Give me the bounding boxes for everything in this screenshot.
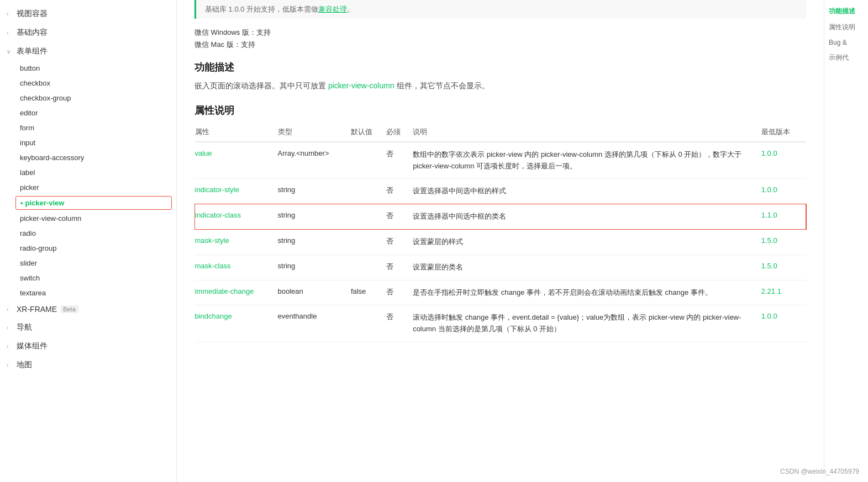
attr-name-cell: bindchange [195,305,278,342]
th-required: 必须 [386,123,413,142]
attr-version-cell: 1.0.0 [761,179,806,204]
sidebar: › 视图容器 › 基础内容 ∨ 表单组件 buttoncheckboxcheck… [0,0,177,482]
feature-desc: 嵌入页面的滚动选择器。其中只可放置 picker-view-column 组件，… [194,80,806,93]
attr-name-cell: indicator-class [195,204,278,230]
right-sidebar: 功能描述 属性说明 Bug & 示例代 [824,0,868,482]
th-type: 类型 [278,123,351,142]
attr-required-cell: 否 [386,255,413,280]
sidebar-item-checkbox[interactable]: checkbox [0,76,176,91]
sidebar-item-picker-view-column[interactable]: picker-view-column [0,211,176,226]
th-desc: 说明 [413,123,761,142]
sidebar-item-form[interactable]: form [0,120,176,135]
attr-required-cell: 否 [386,280,413,305]
attr-type-cell: string [278,204,351,230]
attr-required-cell: 否 [386,229,413,255]
attr-version-cell: 1.5.0 [761,255,806,280]
sidebar-section-xrframe: › XR-FRAME Beta [0,300,176,318]
compat-link[interactable]: 兼容处理 [318,5,347,13]
watermark: CSDN @weixin_44705979 [780,468,859,475]
compat-mac: 微信 Mac 版：支持 [194,40,806,50]
sidebar-section-header-form[interactable]: ∨ 表单组件 [0,42,176,61]
sidebar-item-checkbox-group[interactable]: checkbox-group [0,91,176,105]
sidebar-section-label: 导航 [17,322,32,332]
attr-type-cell: string [278,255,351,280]
sidebar-section-header-view[interactable]: › 视图容器 [0,4,176,23]
section-feature-title: 功能描述 [194,61,806,74]
picker-view-column-link[interactable]: picker-view-column [328,81,394,90]
attr-version-cell: 1.0.0 [761,142,806,179]
table-row: bindchangeeventhandle否滚动选择时触发 change 事件，… [195,305,806,342]
sidebar-section-header-media[interactable]: › 媒体组件 [0,337,176,356]
attr-name-cell: immediate-change [195,280,278,305]
attr-default-cell [351,142,386,179]
chevron-right-icon: › [7,362,12,368]
attr-version-cell: 1.5.0 [761,229,806,255]
compat-mac-text: 微信 Mac 版：支持 [194,40,255,50]
top-banner-text: 基础库 1.0.0 升始支持，低版本需做兼容处理。 [205,5,354,13]
sidebar-section-nav: › 导航 [0,318,176,337]
attr-table-wrapper: 属性 类型 默认值 必须 说明 最低版本 valueArray.<number>… [194,123,806,342]
sidebar-item-input[interactable]: input [0,135,176,150]
table-row: mask-classstring否设置蒙层的类名1.5.0 [195,255,806,280]
sidebar-section-label: 视图容器 [17,9,48,19]
sidebar-section-header-map[interactable]: › 地图 [0,356,176,374]
right-sidebar-item-feature[interactable]: 功能描述 [829,7,864,16]
attr-required-cell: 否 [386,179,413,204]
attr-desc-cell: 滚动选择时触发 change 事件，event.detail = {value}… [413,305,761,342]
attr-desc-cell: 设置选择器中间选中框的样式 [413,179,761,204]
attr-default-cell [351,255,386,280]
sidebar-section-label: 媒体组件 [17,341,48,351]
sidebar-item-switch[interactable]: switch [0,271,176,285]
th-default: 默认值 [351,123,386,142]
sidebar-item-picker[interactable]: picker [0,180,176,195]
right-sidebar-item-bug[interactable]: Bug & [829,39,864,46]
compat-windows-text: 微信 Windows 版：支持 [194,28,271,38]
attr-desc-cell: 数组中的数字依次表示 picker-view 内的 picker-view-co… [413,142,761,179]
th-version: 最低版本 [761,123,806,142]
attr-version-cell: 1.0.0 [761,305,806,342]
attr-version-cell: 2.21.1 [761,280,806,305]
chevron-right-icon: › [7,343,12,349]
sidebar-section-header-xrframe[interactable]: › XR-FRAME Beta [0,300,176,318]
right-sidebar-item-attr[interactable]: 属性说明 [829,23,864,32]
sidebar-item-keyboard-accessory[interactable]: keyboard-accessory [0,150,176,165]
attr-type-cell: Array.<number> [278,142,351,179]
attr-name-cell: mask-style [195,229,278,255]
sidebar-section-form: ∨ 表单组件 buttoncheckboxcheckbox-groupedito… [0,42,176,300]
table-row: valueArray.<number>否数组中的数字依次表示 picker-vi… [195,142,806,179]
sidebar-item-editor[interactable]: editor [0,105,176,120]
attr-desc-cell: 设置蒙层的类名 [413,255,761,280]
sidebar-item-label[interactable]: label [0,165,176,180]
sidebar-item-textarea[interactable]: textarea [0,285,176,300]
attr-desc-cell: 设置选择器中间选中框的类名 [413,204,761,230]
attr-version-cell: 1.1.0 [761,204,806,230]
section-attr-title: 属性说明 [194,104,806,117]
main-content: 基础库 1.0.0 升始支持，低版本需做兼容处理。 微信 Windows 版：支… [177,0,824,482]
attr-desc-cell: 是否在手指松开时立即触发 change 事件，若不开启则会在滚动动画结束后触发 … [413,280,761,305]
chevron-right-icon: › [7,11,12,17]
sidebar-section-map: › 地图 [0,356,176,374]
attr-default-cell [351,204,386,230]
sidebar-section-header-basic[interactable]: › 基础内容 [0,23,176,42]
attr-name-cell: mask-class [195,255,278,280]
attr-required-cell: 否 [386,204,413,230]
sidebar-item-picker-view[interactable]: picker-view [15,196,172,210]
right-sidebar-item-example[interactable]: 示例代 [829,53,864,62]
sidebar-item-button[interactable]: button [0,61,176,76]
sidebar-section-header-nav[interactable]: › 导航 [0,318,176,337]
attr-default-cell [351,229,386,255]
sidebar-section-label: 基础内容 [17,28,48,38]
sidebar-section-label: 表单组件 [17,46,48,56]
sidebar-item-radio[interactable]: radio [0,226,176,241]
beta-badge: Beta [60,305,78,313]
sidebar-item-radio-group[interactable]: radio-group [0,241,176,256]
sidebar-section-basic-content: › 基础内容 [0,23,176,42]
attr-required-cell: 否 [386,142,413,179]
sidebar-item-slider[interactable]: slider [0,256,176,271]
table-row: immediate-changebooleanfalse否是否在手指松开时立即触… [195,280,806,305]
chevron-right-icon: › [7,306,12,312]
attr-required-cell: 否 [386,305,413,342]
attr-table: 属性 类型 默认值 必须 说明 最低版本 valueArray.<number>… [194,123,806,342]
sidebar-form-items: buttoncheckboxcheckbox-groupeditorformin… [0,61,176,300]
attr-type-cell: eventhandle [278,305,351,342]
